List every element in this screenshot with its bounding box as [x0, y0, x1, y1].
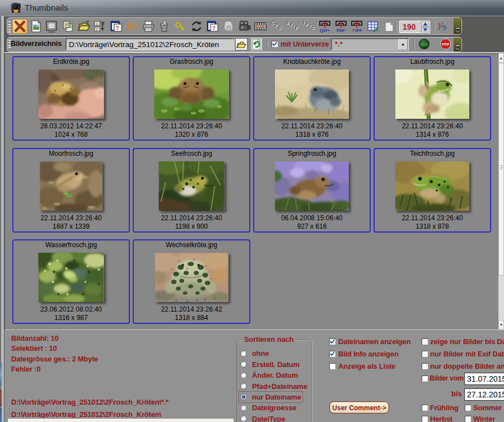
svg-text:22: 22: [256, 25, 259, 28]
svg-text:S: S: [278, 25, 281, 30]
svg-text:PDF: PDF: [337, 28, 345, 33]
svg-text:I: I: [293, 24, 294, 29]
svg-text:IFF: IFF: [356, 28, 362, 33]
svg-text:2: 2: [96, 27, 98, 31]
svg-text:9: 9: [443, 24, 446, 32]
svg-text:7: 7: [212, 25, 216, 31]
svg-text:C: C: [311, 25, 315, 30]
svg-text:7: 7: [116, 25, 119, 31]
svg-text:QVI+: QVI+: [320, 28, 330, 33]
svg-text:22: 22: [262, 25, 265, 28]
svg-text:1: 1: [96, 22, 98, 26]
svg-text:T: T: [352, 28, 355, 33]
svg-text:F: F: [295, 25, 298, 30]
svg-text:STOP: STOP: [441, 43, 450, 46]
svg-text:I: I: [303, 20, 304, 25]
svg-text:G: G: [270, 20, 274, 26]
